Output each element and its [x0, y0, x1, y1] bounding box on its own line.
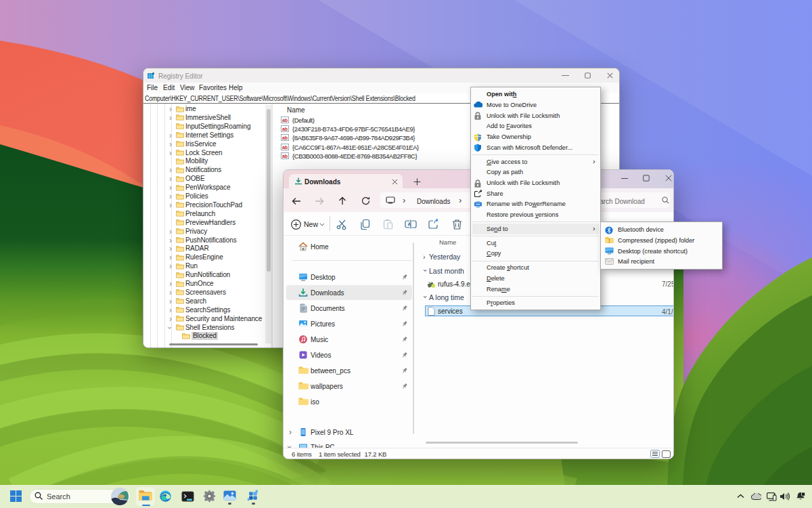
svg-text:ab: ab — [282, 154, 288, 158]
svg-text:ab: ab — [282, 135, 288, 140]
svg-text:ab: ab — [282, 117, 288, 122]
svg-text:ab: ab — [282, 126, 288, 131]
svg-text:ab: ab — [282, 144, 288, 149]
